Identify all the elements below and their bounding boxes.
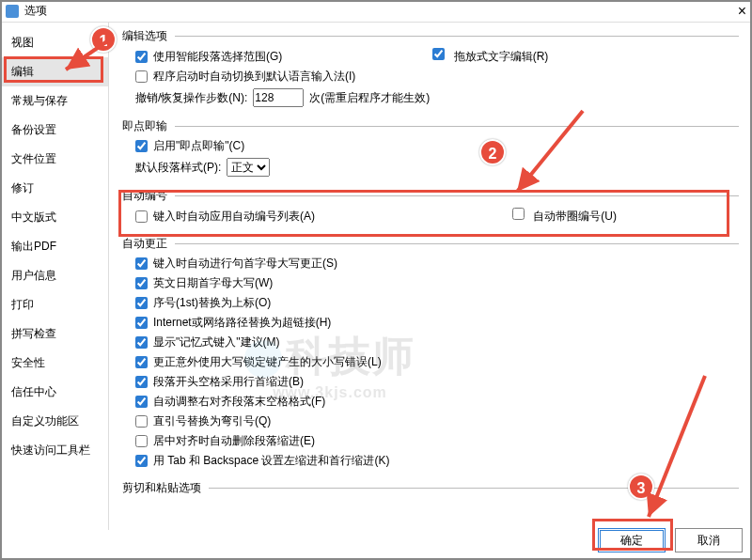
autocorrect-lbl-0: 键入时自动进行句首字母大写更正(S) (153, 256, 337, 272)
autocorrect-row-2: 序号(1st)替换为上标(O) (135, 295, 739, 311)
window-title: 选项 (24, 3, 47, 19)
autocorrect-chk-1[interactable] (135, 277, 148, 289)
chk-smart-para[interactable] (135, 51, 148, 63)
autocorrect-lbl-2: 序号(1st)替换为上标(O) (153, 295, 271, 311)
autocorrect-row-5: 更正意外使用大写锁定键产生的大小写错误(L) (135, 354, 739, 370)
chk-click-type[interactable] (135, 140, 148, 152)
group-cut-paste: 剪切和粘贴选项 (122, 480, 739, 496)
lbl-click-type: 启用"即点即输"(C) (153, 138, 244, 154)
autocorrect-chk-5[interactable] (135, 356, 148, 368)
sidebar-item-12[interactable]: 信任中心 (0, 378, 108, 407)
ok-button[interactable]: 确定 (598, 528, 666, 552)
legend-autonum: 自动编号 (122, 188, 175, 204)
group-edit-options: 编辑选项 使用智能段落选择范围(G) 拖放式文字编辑(R) 程序启动时自动切换到… (122, 28, 739, 111)
spin-undo-steps[interactable] (253, 88, 304, 107)
autocorrect-chk-7[interactable] (135, 396, 148, 408)
sidebar-item-4[interactable]: 文件位置 (0, 145, 108, 174)
close-icon[interactable]: × (738, 3, 746, 20)
app-icon (6, 5, 19, 18)
sidebar-item-13[interactable]: 自定义功能区 (0, 407, 108, 436)
sidebar-item-6[interactable]: 中文版式 (0, 203, 108, 232)
lbl-smart-para: 使用智能段落选择范围(G) (153, 49, 282, 65)
legend-edit: 编辑选项 (122, 28, 175, 44)
autocorrect-lbl-3: Internet或网络路径替换为超链接(H) (153, 315, 331, 331)
legend-correct: 自动更正 (122, 236, 175, 252)
autocorrect-lbl-4: 显示"记忆式键入"建议(M) (153, 334, 280, 350)
sidebar-item-14[interactable]: 快速访问工具栏 (0, 436, 108, 465)
autocorrect-lbl-1: 英文日期首字母大写(W) (153, 275, 273, 291)
autocorrect-lbl-9: 居中对齐时自动删除段落缩进(E) (153, 433, 315, 449)
cancel-button[interactable]: 取消 (675, 528, 743, 552)
autocorrect-row-6: 段落开头空格采用行首缩进(B) (135, 374, 739, 390)
group-click-type: 即点即输 启用"即点即输"(C) 默认段落样式(P): 正文 (122, 118, 739, 180)
autocorrect-chk-0[interactable] (135, 257, 148, 270)
sidebar-item-9[interactable]: 打印 (0, 290, 108, 319)
sidebar-item-5[interactable]: 修订 (0, 174, 108, 203)
sidebar-item-11[interactable]: 安全性 (0, 349, 108, 378)
sidebar-item-7[interactable]: 输出PDF (0, 232, 108, 261)
autocorrect-lbl-7: 自动调整右对齐段落末空格格式(F) (153, 394, 325, 410)
lbl-auto-ime: 程序启动时自动切换到默认语言输入法(I) (153, 69, 355, 85)
autocorrect-row-4: 显示"记忆式键入"建议(M) (135, 334, 739, 350)
legend-click: 即点即输 (122, 118, 175, 134)
autocorrect-chk-10[interactable] (135, 455, 148, 467)
group-auto-correct: 自动更正 键入时自动进行句首字母大写更正(S)英文日期首字母大写(W)序号(1s… (122, 236, 739, 473)
lbl-circle-num: 自动带圈编号(U) (533, 210, 617, 223)
autocorrect-chk-6[interactable] (135, 376, 148, 388)
autocorrect-lbl-8: 直引号替换为弯引号(Q) (153, 413, 271, 429)
autocorrect-row-1: 英文日期首字母大写(W) (135, 275, 739, 291)
sidebar-item-0[interactable]: 视图 (0, 28, 108, 57)
autocorrect-chk-8[interactable] (135, 415, 148, 428)
legend-cutpaste: 剪切和粘贴选项 (122, 480, 209, 496)
sidebar-item-2[interactable]: 常规与保存 (0, 86, 108, 116)
lbl-undo: 撤销/恢复操作步数(N): (135, 90, 247, 106)
autocorrect-row-10: 用 Tab 和 Backspace 设置左缩进和首行缩进(K) (135, 453, 739, 469)
lbl-undo-suffix: 次(需重启程序才能生效) (309, 90, 430, 106)
lbl-para-style: 默认段落样式(P): (135, 160, 221, 176)
chk-drag-text[interactable] (432, 48, 445, 60)
sidebar-item-1[interactable]: 编辑 (0, 57, 108, 86)
lbl-auto-list: 键入时自动应用自动编号列表(A) (153, 209, 315, 225)
autocorrect-chk-4[interactable] (135, 336, 148, 349)
autocorrect-row-8: 直引号替换为弯引号(Q) (135, 413, 739, 429)
chk-auto-list[interactable] (135, 210, 148, 223)
autocorrect-row-0: 键入时自动进行句首字母大写更正(S) (135, 256, 739, 272)
sidebar-item-8[interactable]: 用户信息 (0, 261, 108, 290)
autocorrect-lbl-5: 更正意外使用大写锁定键产生的大小写错误(L) (153, 354, 382, 370)
autocorrect-lbl-6: 段落开头空格采用行首缩进(B) (153, 374, 304, 390)
sidebar-item-10[interactable]: 拼写检查 (0, 319, 108, 349)
autocorrect-row-3: Internet或网络路径替换为超链接(H) (135, 315, 739, 331)
chk-circle-num[interactable] (512, 208, 525, 220)
lbl-drag-text: 拖放式文字编辑(R) (454, 50, 549, 63)
dialog-footer: 确定 取消 (598, 528, 743, 552)
chk-auto-ime[interactable] (135, 70, 148, 83)
sidebar-item-3[interactable]: 备份设置 (0, 116, 108, 145)
autocorrect-row-7: 自动调整右对齐段落末空格格式(F) (135, 394, 739, 410)
autocorrect-chk-9[interactable] (135, 435, 148, 447)
autocorrect-chk-2[interactable] (135, 297, 148, 309)
sel-para-style[interactable]: 正文 (227, 158, 270, 177)
autocorrect-chk-3[interactable] (135, 317, 148, 329)
content-pane: 编辑选项 使用智能段落选择范围(G) 拖放式文字编辑(R) 程序启动时自动切换到… (109, 23, 752, 530)
sidebar: 视图编辑常规与保存备份设置文件位置修订中文版式输出PDF用户信息打印拼写检查安全… (0, 23, 109, 530)
group-auto-number: 自动编号 键入时自动应用自动编号列表(A) 自动带圈编号(U) (122, 188, 739, 228)
autocorrect-row-9: 居中对齐时自动删除段落缩进(E) (135, 433, 739, 449)
autocorrect-lbl-10: 用 Tab 和 Backspace 设置左缩进和首行缩进(K) (153, 453, 389, 469)
titlebar: 选项 × (0, 0, 752, 23)
